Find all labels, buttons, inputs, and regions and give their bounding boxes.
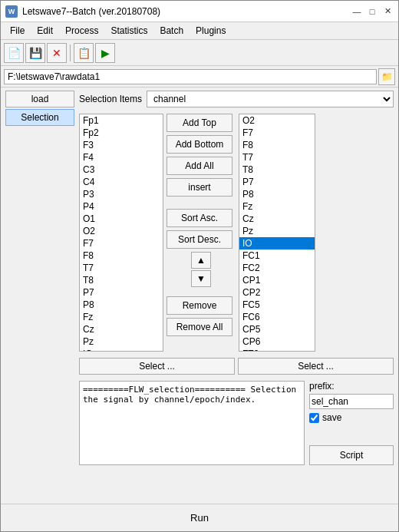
menu-batch[interactable]: Batch (153, 24, 190, 38)
add-all-button[interactable]: Add All (167, 157, 232, 175)
right-list[interactable]: O2 F7 F8 T7 T8 P7 P8 Fz Cz Pz IO FC1 FC2… (239, 114, 315, 352)
arrow-down-button[interactable]: ▼ (191, 270, 211, 287)
selection-container: Selection Items channel epoch index Fp1 … (79, 91, 394, 498)
list-item[interactable]: F4 (80, 151, 163, 164)
title-controls: — □ ✕ (351, 5, 394, 18)
run-toolbar-button[interactable]: ▶ (95, 43, 115, 63)
stop-button[interactable]: ✕ (47, 43, 67, 63)
minimize-button[interactable]: — (351, 5, 363, 18)
select-buttons-row: Select ... Select ... (79, 358, 394, 375)
list-item[interactable]: P3 (80, 188, 163, 200)
list-item[interactable]: Fz (239, 200, 315, 213)
list-item[interactable]: T8 (80, 274, 163, 286)
copy-button[interactable]: 📋 (74, 43, 94, 63)
list-item[interactable]: C4 (80, 176, 163, 188)
sidebar: load Selection (5, 91, 74, 498)
list-item[interactable]: T7 (239, 151, 315, 164)
list-item[interactable]: F8 (80, 249, 163, 262)
selection-items-label: Selection Items (79, 94, 142, 104)
prefix-label: prefix: (309, 381, 394, 392)
add-top-button[interactable]: Add Top (167, 114, 232, 132)
list-item[interactable]: O1 (80, 213, 163, 225)
list-item[interactable]: IO (80, 348, 163, 352)
list-item[interactable]: F7 (80, 237, 163, 249)
selection-body: Fp1 Fp2 F3 F4 C3 C4 P3 P4 O1 O2 F7 F8 T7… (79, 114, 394, 352)
list-item[interactable]: Fz (80, 311, 163, 323)
list-item[interactable]: FC6 (239, 311, 315, 323)
list-item[interactable]: CP1 (239, 274, 315, 286)
maximize-button[interactable]: □ (366, 5, 378, 18)
list-item[interactable]: P7 (80, 286, 163, 299)
selection-header: Selection Items channel epoch index (79, 91, 394, 107)
left-list[interactable]: Fp1 Fp2 F3 F4 C3 C4 P3 P4 O1 O2 F7 F8 T7… (79, 114, 163, 352)
toolbar-separator (70, 45, 71, 61)
menu-statistics[interactable]: Statistics (104, 24, 153, 38)
script-text-area[interactable]: =========FLW_selection========== Selecti… (79, 381, 305, 465)
browse-button[interactable]: 📁 (378, 68, 395, 85)
arrow-pair: ▲ ▼ (167, 252, 236, 287)
prefix-input[interactable] (309, 394, 394, 409)
insert-button[interactable]: insert (167, 178, 232, 197)
add-bottom-button[interactable]: Add Bottom (167, 135, 232, 154)
remove-button[interactable]: Remove (167, 296, 232, 315)
load-button[interactable]: load (5, 91, 74, 107)
middle-buttons: Add Top Add Bottom Add All insert Sort A… (167, 114, 236, 352)
list-item[interactable]: Pz (239, 225, 315, 237)
run-button[interactable]: Run (1, 504, 398, 531)
save-button[interactable]: 💾 (25, 43, 45, 63)
select-button-2[interactable]: Select ... (238, 358, 394, 375)
list-item-selected[interactable]: IO (239, 237, 315, 249)
list-item[interactable]: O2 (80, 225, 163, 237)
window-title: Letswave7--Batch (ver.20180708) (22, 6, 160, 17)
list-item[interactable]: O2 (239, 114, 315, 127)
sort-asc-button[interactable]: Sort Asc. (167, 209, 232, 227)
arrow-up-button[interactable]: ▲ (191, 252, 211, 269)
list-item[interactable]: Cz (80, 323, 163, 335)
list-item[interactable]: P8 (80, 299, 163, 311)
remove-all-button[interactable]: Remove All (167, 318, 232, 336)
path-input[interactable] (4, 69, 377, 84)
folder-icon: 📁 (381, 71, 393, 82)
menu-file[interactable]: File (4, 24, 31, 38)
list-item[interactable]: FC1 (239, 249, 315, 262)
new-button[interactable]: 📄 (4, 43, 24, 63)
sort-desc-button[interactable]: Sort Desc. (167, 230, 232, 249)
list-item[interactable]: FC5 (239, 299, 315, 311)
right-panel: prefix: save Script (309, 381, 394, 465)
script-button[interactable]: Script (309, 445, 394, 465)
list-item[interactable]: C3 (80, 164, 163, 176)
selection-button[interactable]: Selection (5, 109, 74, 126)
inner-panel: load Selection Selection Items channel e… (5, 91, 394, 498)
menu-edit[interactable]: Edit (31, 24, 59, 38)
save-checkbox[interactable] (309, 413, 319, 423)
menu-plugins[interactable]: Plugins (190, 24, 232, 38)
list-item[interactable]: Pz (80, 335, 163, 348)
app-icon: W (5, 5, 18, 18)
list-item[interactable]: P7 (239, 176, 315, 188)
menu-process[interactable]: Process (59, 24, 104, 38)
run-bar: Run (1, 504, 398, 531)
list-item[interactable]: F3 (80, 139, 163, 151)
spacer-flex (309, 426, 394, 442)
list-item[interactable]: Fp1 (80, 114, 163, 127)
list-item[interactable]: FC2 (239, 262, 315, 274)
title-bar-left: W Letswave7--Batch (ver.20180708) (5, 5, 160, 18)
list-item[interactable]: Cz (239, 213, 315, 225)
list-item[interactable]: Fp2 (80, 127, 163, 139)
list-item[interactable]: CP2 (239, 286, 315, 299)
script-content: =========FLW_selection========== Selecti… (83, 385, 296, 405)
list-item[interactable]: CP5 (239, 323, 315, 335)
close-button[interactable]: ✕ (381, 5, 394, 18)
prefix-section: prefix: (309, 381, 394, 409)
list-item[interactable]: F7 (239, 127, 315, 139)
list-item[interactable]: T8 (239, 164, 315, 176)
list-item[interactable]: FT9 (239, 348, 315, 352)
save-row: save (309, 412, 394, 423)
list-item[interactable]: F8 (239, 139, 315, 151)
list-item[interactable]: P8 (239, 188, 315, 200)
list-item[interactable]: P4 (80, 200, 163, 213)
list-item[interactable]: T7 (80, 262, 163, 274)
channel-dropdown[interactable]: channel epoch index (147, 91, 394, 107)
list-item[interactable]: CP6 (239, 335, 315, 348)
select-button-1[interactable]: Select ... (79, 358, 235, 375)
